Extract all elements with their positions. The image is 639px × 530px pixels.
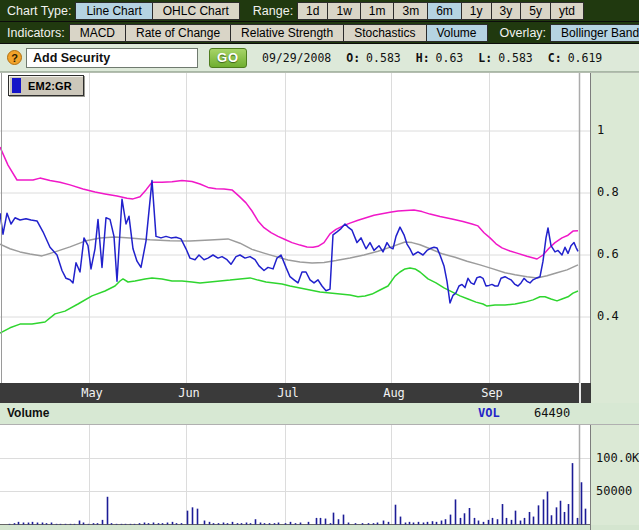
close-value: 0.619 — [568, 51, 603, 65]
open-label: O: — [346, 51, 360, 65]
volume-chart-canvas[interactable] — [0, 425, 591, 530]
range-button-5y[interactable]: 5y — [520, 2, 551, 20]
ohlc-quote: 09/29/2008 O:0.583 H:0.63 L:0.583 C:0.61… — [262, 51, 602, 65]
range-button-1d[interactable]: 1d — [297, 2, 328, 20]
indicator-button-group: MACDRate of ChangeRelative StrengthStoch… — [70, 24, 488, 42]
price-chart-panel[interactable]: EM2:GR 10.80.60.4 — [0, 72, 639, 383]
price-chart-canvas[interactable] — [0, 73, 591, 384]
go-button[interactable]: GO — [209, 48, 247, 68]
volume-header: Volume VOL 64490 — [0, 403, 639, 424]
vol-value: 64490 — [534, 406, 570, 420]
volume-y-tick-50000: 50000 — [596, 484, 632, 498]
legend-color-swatch — [12, 78, 21, 93]
high-value: 0.63 — [436, 51, 464, 65]
price-chart-left-border — [1, 73, 2, 384]
range-button-ytd[interactable]: ytd — [550, 2, 584, 20]
volume-chart-panel[interactable]: 100.0K50000 — [0, 424, 639, 530]
range-button-group: 1d1w1m3m6m1y3y5yytd — [298, 2, 584, 20]
month-label-aug: Aug — [383, 386, 405, 400]
month-label-jun: Jun — [178, 386, 200, 400]
chart-type-button-ohlc-chart[interactable]: OHLC Chart — [152, 2, 240, 20]
volume-title: Volume — [7, 406, 49, 420]
add-security-input[interactable] — [26, 48, 198, 68]
indicator-button-relative-strength[interactable]: Relative Strength — [230, 24, 344, 42]
month-label-sep: Sep — [481, 386, 503, 400]
chart-type-button-line-chart[interactable]: Line Chart — [75, 2, 152, 20]
overlay-button-bollinger-bands[interactable]: Bollinger Bands — [550, 24, 639, 42]
indicator-button-volume[interactable]: Volume — [426, 24, 488, 42]
legend-symbol: EM2:GR — [28, 80, 72, 92]
range-button-1y[interactable]: 1y — [461, 2, 492, 20]
range-button-3m[interactable]: 3m — [393, 2, 428, 20]
chart-application: Chart Type: Line ChartOHLC Chart Range: … — [0, 0, 639, 530]
range-button-6m[interactable]: 6m — [427, 2, 462, 20]
indicators-label: Indicators: — [7, 26, 65, 40]
price-y-tick-0-8: 0.8 — [597, 185, 619, 199]
volume-baseline-strip — [0, 525, 639, 530]
month-label-may: May — [81, 386, 103, 400]
overlay-button-group: Bollinger Bands — [551, 24, 639, 42]
chart-type-label: Chart Type: — [7, 4, 71, 18]
high-label: H: — [416, 51, 430, 65]
indicators-toolbar: Indicators: MACDRate of ChangeRelative S… — [0, 22, 639, 44]
quote-date: 09/29/2008 — [262, 51, 331, 65]
range-button-1w[interactable]: 1w — [327, 2, 360, 20]
chart-type-toolbar: Chart Type: Line ChartOHLC Chart Range: … — [0, 0, 639, 22]
security-bar: ? GO 09/29/2008 O:0.583 H:0.63 L:0.583 C… — [0, 44, 639, 72]
bollinger-lower-line — [0, 268, 578, 333]
close-label: C: — [548, 51, 562, 65]
price-chart-right-border — [590, 73, 591, 384]
help-icon[interactable]: ? — [7, 50, 22, 65]
indicator-button-rate-of-change[interactable]: Rate of Change — [125, 24, 231, 42]
price-y-tick-0-6: 0.6 — [597, 247, 619, 261]
price-y-tick-1: 1 — [597, 123, 604, 137]
price-y-axis-gutter — [591, 73, 639, 384]
vol-label: VOL — [478, 406, 500, 420]
low-value: 0.583 — [498, 51, 533, 65]
cursor-slit — [579, 383, 581, 403]
indicator-button-macd[interactable]: MACD — [69, 24, 126, 42]
volume-y-tick-100-0k: 100.0K — [596, 451, 639, 465]
low-label: L: — [478, 51, 492, 65]
volume-chart-right-border — [590, 425, 591, 530]
volume-y-axis-gutter — [591, 425, 639, 530]
price-y-tick-0-4: 0.4 — [597, 309, 619, 323]
range-button-1m[interactable]: 1m — [360, 2, 395, 20]
range-label: Range: — [253, 4, 293, 18]
range-button-3y[interactable]: 3y — [491, 2, 522, 20]
chart-type-button-group: Line ChartOHLC Chart — [76, 2, 239, 20]
month-label-jul: Jul — [277, 386, 299, 400]
open-value: 0.583 — [366, 51, 401, 65]
security-legend-chip[interactable]: EM2:GR — [8, 75, 84, 96]
indicator-button-stochastics[interactable]: Stochastics — [343, 24, 426, 42]
time-axis-band-dark: MayJunJulAugSep — [0, 383, 591, 403]
time-axis-band: MayJunJulAugSep — [0, 383, 639, 403]
overlay-label: Overlay: — [500, 26, 547, 40]
